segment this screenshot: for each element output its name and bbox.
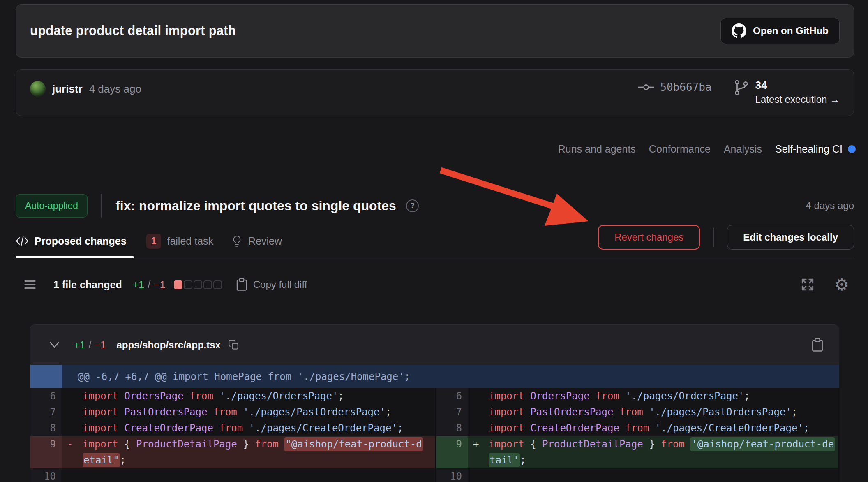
page-title: update product detail import path xyxy=(30,23,236,38)
tab-proposed-changes[interactable]: Proposed changes xyxy=(16,225,134,257)
file-deletions: −1 xyxy=(95,339,106,351)
copy-full-diff-button[interactable]: Copy full diff xyxy=(235,278,307,292)
tab-review-label: Review xyxy=(248,235,282,247)
copy-icon[interactable] xyxy=(228,339,239,350)
diff-size-square xyxy=(184,280,192,289)
diff-line: 6import OrdersPage from './pages/OrdersP… xyxy=(30,388,435,404)
file-diff-counts: +1 / −1 xyxy=(74,339,106,351)
expand-icon[interactable] xyxy=(800,277,815,292)
diff-pane-left: 6import OrdersPage from './pages/OrdersP… xyxy=(30,388,435,482)
line-number: 10 xyxy=(30,468,62,482)
diff-size-squares xyxy=(174,280,222,289)
code-content: import OrdersPage from './pages/OrdersPa… xyxy=(83,388,435,404)
line-number: 9 xyxy=(30,436,62,468)
revert-changes-button[interactable]: Revert changes xyxy=(598,225,700,250)
diff-hunk-header: @@ -6,7 +6,7 @@ import HomePage from './… xyxy=(30,365,839,388)
line-number: 9 xyxy=(436,436,468,468)
chevron-down-icon[interactable] xyxy=(49,341,60,348)
diff-size-square xyxy=(203,280,212,289)
diff-marker xyxy=(62,388,83,404)
line-number: 6 xyxy=(436,388,468,404)
code-content xyxy=(83,468,435,482)
code-content: import PastOrdersPage from './pages/Past… xyxy=(489,404,838,420)
commit-author: juristr xyxy=(52,83,83,95)
diff-line: 10 xyxy=(436,468,838,482)
code-content xyxy=(489,468,838,482)
toolbar-right-icons: ⚙ xyxy=(800,276,849,293)
line-number: 8 xyxy=(436,420,468,436)
diff-counts: +1 / −1 xyxy=(133,279,166,291)
diff-marker xyxy=(468,404,489,420)
diff-card: +1 / −1 apps/shop/src/app.tsx @@ -6,7 +6… xyxy=(30,324,839,482)
auto-applied-badge: Auto-applied xyxy=(16,194,88,218)
files-changed-label: 1 file changed xyxy=(53,279,122,291)
page: { "header": { "title": "update product d… xyxy=(0,0,868,482)
divider xyxy=(713,228,714,247)
tab-failed-label: failed task xyxy=(167,235,213,247)
line-number: 7 xyxy=(436,404,468,420)
diff-file-header: +1 / −1 apps/shop/src/app.tsx xyxy=(30,325,839,365)
gear-icon[interactable]: ⚙ xyxy=(834,276,849,293)
diff-marker xyxy=(468,420,489,436)
nav-item-self-healing-ci[interactable]: Self-healing CI xyxy=(775,143,856,155)
code-content: import PastOrdersPage from './pages/Past… xyxy=(83,404,435,420)
file-count-separator: / xyxy=(88,339,91,351)
diff-marker: + xyxy=(468,436,489,468)
clipboard-icon[interactable] xyxy=(810,338,824,352)
line-number: 8 xyxy=(30,420,62,436)
code-icon xyxy=(16,235,29,247)
nav-item-analysis[interactable]: Analysis xyxy=(724,143,762,155)
commit-icon xyxy=(638,83,654,91)
diff-marker xyxy=(468,388,489,404)
line-number: 7 xyxy=(30,404,62,420)
commit-meta-block: 50b667ba 34 Latest execution → xyxy=(638,79,840,106)
additions-count: +1 xyxy=(133,279,145,291)
tab-failed-task[interactable]: 1 failed task xyxy=(146,225,213,257)
execution-group: 34 Latest execution → xyxy=(733,79,840,106)
github-icon xyxy=(732,23,746,38)
commit-sha: 50b667ba xyxy=(660,81,711,93)
diff-line: 9-import { ProductDetailPage } from "@ai… xyxy=(30,436,435,468)
file-path: apps/shop/src/app.tsx xyxy=(116,339,220,351)
edit-changes-locally-button[interactable]: Edit changes locally xyxy=(727,225,854,250)
open-on-github-button[interactable]: Open on GitHub xyxy=(720,18,840,44)
open-on-github-label: Open on GitHub xyxy=(753,25,829,37)
line-number: 6 xyxy=(30,388,62,404)
code-content: import { ProductDetailPage } from '@aish… xyxy=(489,436,838,468)
hunk-text: @@ -6,7 +6,7 @@ import HomePage from './… xyxy=(62,371,410,382)
top-nav: Runs and agents Conformance Analysis Sel… xyxy=(16,143,856,155)
execution-col: 34 Latest execution → xyxy=(755,79,840,106)
commit-card: juristr 4 days ago 50b667ba 34 Latest ex… xyxy=(16,69,854,116)
diff-line: 8import CreateOrderPage from './pages/Cr… xyxy=(30,420,435,436)
diff-size-square-filled xyxy=(174,280,182,289)
diff-marker xyxy=(62,468,83,482)
code-content: import OrdersPage from './pages/OrdersPa… xyxy=(489,388,838,404)
failed-count-badge: 1 xyxy=(146,234,162,249)
commit-sha-group[interactable]: 50b667ba xyxy=(638,81,711,93)
code-content: import CreateOrderPage from './pages/Cre… xyxy=(83,420,435,436)
nav-item-runs-and-agents[interactable]: Runs and agents xyxy=(558,143,636,155)
deletions-count: −1 xyxy=(154,279,166,291)
diff-toolbar: 1 file changed +1 / −1 Copy full diff ⚙ xyxy=(16,271,849,298)
run-number: 34 xyxy=(755,79,840,92)
diff-size-square xyxy=(213,280,222,289)
help-icon[interactable]: ? xyxy=(406,199,419,212)
title-card: update product detail import path Open o… xyxy=(16,4,854,58)
latest-execution-link[interactable]: Latest execution → xyxy=(755,93,840,106)
diff-panes: 6import OrdersPage from './pages/OrdersP… xyxy=(30,388,839,482)
diff-line: 9+import { ProductDetailPage } from '@ai… xyxy=(436,436,838,468)
count-separator: / xyxy=(148,279,150,291)
hunk-gutter xyxy=(30,365,62,388)
fix-time: 4 days ago xyxy=(806,200,854,211)
lightbulb-icon xyxy=(231,235,242,248)
diff-line: 7import PastOrdersPage from './pages/Pas… xyxy=(436,404,838,420)
code-content: import CreateOrderPage from './pages/Cre… xyxy=(489,420,838,436)
tab-proposed-label: Proposed changes xyxy=(35,235,127,247)
diff-size-square xyxy=(194,280,202,289)
tabs-row: Proposed changes 1 failed task Review Re… xyxy=(16,225,854,257)
nav-item-conformance[interactable]: Conformance xyxy=(649,143,711,155)
menu-icon[interactable] xyxy=(23,279,37,290)
tab-review[interactable]: Review xyxy=(231,225,282,257)
diff-line: 8import CreateOrderPage from './pages/Cr… xyxy=(436,420,838,436)
commit-author-block: juristr 4 days ago xyxy=(30,81,141,97)
